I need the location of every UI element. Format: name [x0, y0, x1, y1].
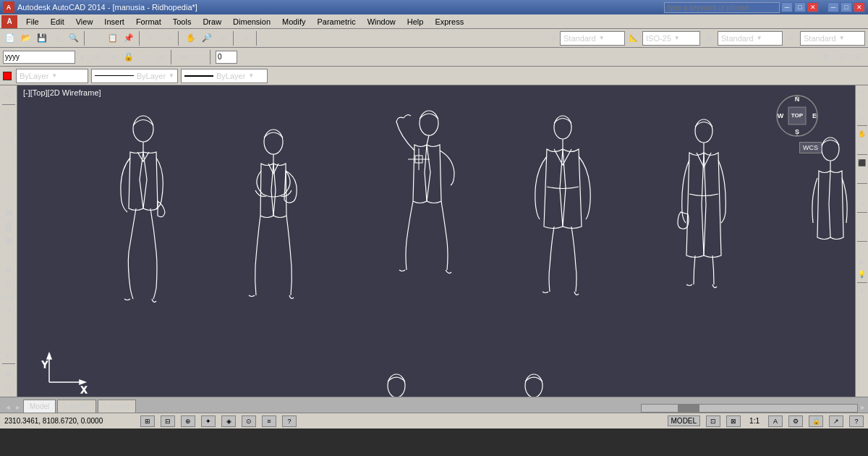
tab-layout1[interactable]: Layout1 — [57, 400, 96, 413]
bylayer-line-dropdown[interactable]: ByLayer ▼ — [91, 69, 178, 83]
lt-select[interactable]: ↖ — [1, 88, 16, 102]
tb-layer-dropdown[interactable]: ▼ — [77, 50, 88, 64]
status-help[interactable]: ? — [849, 415, 864, 427]
lt-gradient[interactable]: ▓ — [1, 220, 16, 234]
lt-mtext[interactable]: A+ — [1, 380, 16, 394]
lt-spline[interactable]: ∫ — [1, 192, 16, 206]
tab-model[interactable]: Model — [23, 400, 56, 413]
tb-layer-props[interactable]: ⚙ — [90, 50, 104, 64]
lt-arc[interactable]: ⌒ — [1, 149, 16, 163]
scroll-right-end[interactable]: ► — [858, 402, 868, 413]
lt-dim-align[interactable]: ↗ — [1, 305, 16, 319]
tb-match[interactable]: ≡ — [239, 31, 253, 46]
bylayer-weight-dropdown[interactable]: ByLayer ▼ — [181, 69, 268, 83]
clean-screen[interactable]: ↗ — [829, 415, 843, 427]
lt-text[interactable]: A — [1, 366, 16, 380]
rt-properties[interactable]: ⚙ — [856, 198, 868, 210]
tb-layer-color[interactable]: ◇ — [137, 50, 152, 64]
lt-dim-arc[interactable]: ⌒ — [1, 319, 16, 333]
lt-dim-linear[interactable]: ⟺ — [1, 291, 16, 305]
lt-table[interactable]: ▦ — [1, 235, 16, 248]
tb-layer-freeze2[interactable]: ⊙ — [192, 50, 207, 64]
qp-toggle[interactable]: ? — [282, 415, 297, 427]
tb-vp2[interactable]: ⊠ — [726, 415, 741, 427]
tb-cut[interactable]: ✂ — [90, 31, 104, 46]
layer-input[interactable] — [3, 51, 75, 64]
tb-save[interactable]: 💾 — [35, 31, 49, 46]
rt-annotation[interactable]: A — [856, 215, 868, 227]
app-restore-btn[interactable]: □ — [841, 2, 852, 12]
tb-layer-lock[interactable]: 🔒 — [122, 50, 136, 64]
model-label[interactable]: MODEL — [668, 415, 701, 426]
text-style-dropdown[interactable]: Standard ▼ — [560, 31, 625, 46]
table-style-dropdown[interactable]: Standard ▼ — [718, 31, 783, 46]
rt-orbit[interactable]: ↺ — [856, 140, 868, 152]
tb-undo[interactable]: ↩ — [145, 31, 159, 46]
autocad-logo[interactable]: A — [1, 15, 17, 28]
rt-layers[interactable]: ≡ — [856, 186, 868, 198]
menu-tools[interactable]: Tools — [167, 14, 197, 28]
lt-dim-angle[interactable]: ∠ — [1, 347, 16, 361]
menu-modify[interactable]: Modify — [276, 14, 311, 28]
tb-viewport-controls[interactable]: ⊠ — [819, 50, 833, 64]
otrack-toggle[interactable]: ⊙ — [242, 415, 256, 427]
lt-block[interactable]: ⊞ — [1, 263, 16, 276]
bylayer-color-dropdown[interactable]: ByLayer ▼ — [16, 69, 88, 83]
menu-format[interactable]: Format — [130, 14, 167, 28]
lt-polyline[interactable]: ⌐ — [1, 121, 16, 135]
dim-style-dropdown[interactable]: ISO-25 ▼ — [642, 31, 700, 46]
app-close-btn[interactable]: ✕ — [854, 2, 865, 12]
toolbar-lock[interactable]: 🔒 — [809, 415, 823, 427]
tb-layer-freeze[interactable]: ☀ — [106, 50, 120, 64]
tb-redo[interactable]: ↪ — [161, 31, 175, 46]
viewport[interactable]: [-][Top][2D Wireframe] N S E W TOP — [17, 85, 855, 397]
menu-edit[interactable]: Edit — [45, 14, 70, 28]
horizontal-scrollbar[interactable] — [641, 404, 858, 413]
lt-circle[interactable]: ○ — [1, 164, 16, 177]
tb-paste[interactable]: 📌 — [122, 31, 136, 46]
lt-rect[interactable]: ▭ — [1, 135, 16, 149]
rt-zoom-all[interactable]: ⊞ — [856, 111, 868, 123]
ortho-toggle[interactable]: ⊕ — [181, 415, 195, 427]
snap-mode[interactable]: ◈ — [221, 415, 236, 427]
annotation-scale[interactable]: A — [768, 415, 783, 427]
menu-parametric[interactable]: Parametric — [311, 14, 361, 28]
tb-zoomall[interactable]: ⊕ — [216, 31, 230, 46]
menu-window[interactable]: Window — [362, 14, 401, 28]
scroll-right-btn[interactable]: ► — [13, 402, 23, 413]
lt-line[interactable]: ╱ — [1, 107, 16, 121]
tb-copy[interactable]: 📋 — [106, 31, 120, 46]
lt-point[interactable]: · — [1, 248, 16, 262]
menu-view[interactable]: View — [70, 14, 99, 28]
tb-zoom[interactable]: 🔎 — [200, 31, 214, 46]
rt-view-cube[interactable]: ⬛ — [856, 157, 868, 169]
number-input[interactable] — [216, 51, 237, 64]
menu-help[interactable]: Help — [401, 14, 430, 28]
lwt-toggle[interactable]: ≡ — [262, 415, 276, 427]
ml-style-dropdown[interactable]: Standard ▼ — [800, 31, 865, 46]
rt-light[interactable]: 💡 — [856, 269, 868, 280]
scroll-left-btn[interactable]: ◄ — [3, 402, 13, 413]
tab-layout2[interactable]: Layout2 — [98, 400, 137, 413]
lt-attrib[interactable]: A — [1, 276, 16, 290]
menu-draw[interactable]: Draw — [197, 14, 227, 28]
tb-open[interactable]: 📂 — [19, 31, 33, 46]
window-minimize-btn[interactable]: ─ — [781, 2, 793, 12]
tb-pan[interactable]: ✋ — [184, 31, 198, 46]
menu-dimension[interactable]: Dimension — [227, 14, 276, 28]
tb-view2[interactable]: ⊟ — [851, 50, 865, 64]
search-input[interactable] — [664, 2, 780, 13]
lt-dim-radius[interactable]: r — [1, 334, 16, 347]
rt-measure[interactable]: ↔ — [856, 244, 868, 256]
menu-express[interactable]: Express — [429, 14, 469, 28]
window-close-btn[interactable]: ✕ — [807, 2, 819, 12]
tb-layer-isolate[interactable]: ⊞ — [176, 50, 191, 64]
rt-designcenter[interactable]: ◈ — [856, 227, 868, 239]
rt-render[interactable]: ▶ — [856, 256, 868, 268]
menu-insert[interactable]: Insert — [98, 14, 130, 28]
tb-view1[interactable]: ⊡ — [835, 50, 849, 64]
rt-nav[interactable]: ⊙ — [856, 169, 868, 181]
polar-toggle[interactable]: ✦ — [201, 415, 216, 427]
rt-external[interactable]: ⊗ — [856, 285, 868, 297]
tb-preview[interactable]: 🔍 — [67, 31, 81, 46]
